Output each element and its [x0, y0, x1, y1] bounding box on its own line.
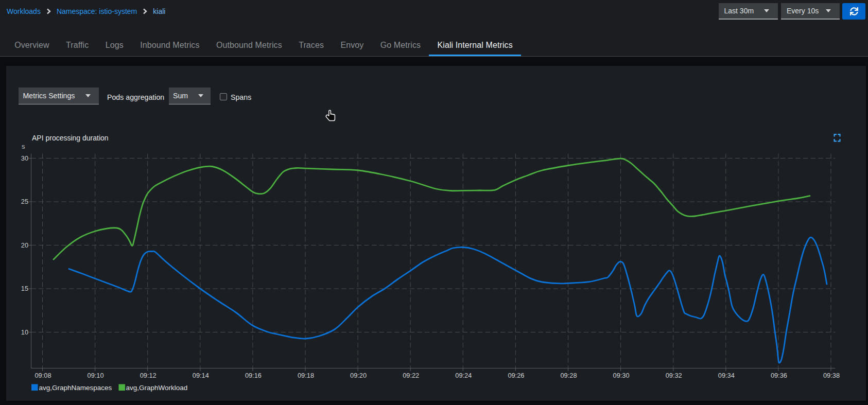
svg-text:09:08: 09:08: [34, 372, 51, 379]
svg-text:09:32: 09:32: [666, 372, 682, 379]
svg-text:20: 20: [21, 241, 28, 249]
svg-text:avg,GraphWorkload: avg,GraphWorkload: [126, 384, 188, 392]
svg-text:09:28: 09:28: [560, 372, 577, 379]
svg-text:09:18: 09:18: [298, 372, 314, 379]
svg-text:15: 15: [21, 285, 28, 292]
svg-text:09:14: 09:14: [193, 372, 209, 379]
svg-text:09:36: 09:36: [771, 372, 787, 379]
svg-text:09:12: 09:12: [140, 372, 157, 379]
svg-text:s: s: [22, 143, 25, 150]
svg-text:09:16: 09:16: [245, 372, 262, 379]
svg-text:30: 30: [21, 154, 28, 162]
svg-text:10: 10: [21, 328, 28, 336]
svg-text:09:20: 09:20: [350, 372, 367, 379]
svg-text:09:30: 09:30: [613, 372, 630, 379]
svg-text:avg,GraphNamespaces: avg,GraphNamespaces: [39, 384, 112, 392]
svg-text:09:34: 09:34: [718, 372, 735, 379]
svg-text:09:24: 09:24: [455, 372, 472, 379]
svg-text:API processing duration: API processing duration: [32, 134, 109, 142]
svg-text:09:22: 09:22: [403, 372, 419, 379]
svg-text:09:10: 09:10: [88, 372, 104, 379]
svg-text:09:26: 09:26: [508, 372, 524, 379]
svg-text:09:38: 09:38: [823, 372, 840, 379]
svg-text:25: 25: [21, 198, 28, 205]
